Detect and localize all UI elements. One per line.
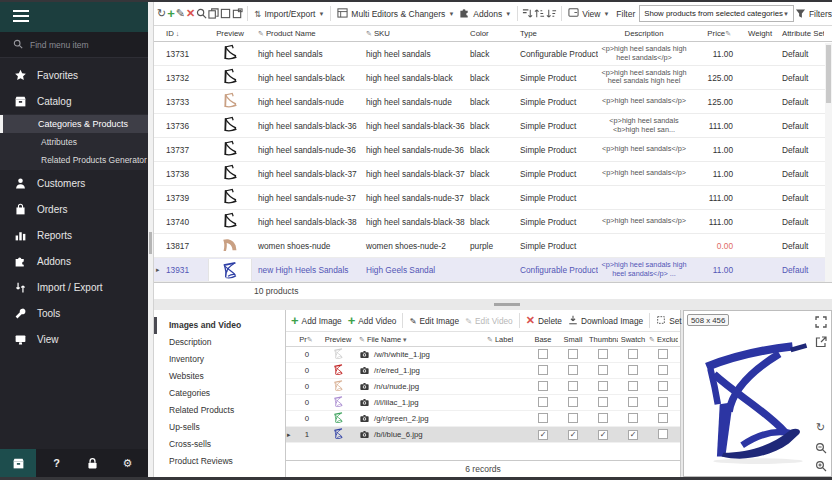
- table-row[interactable]: 13732high heel sandals-blackhigh heel sa…: [154, 66, 832, 90]
- catalog-box-icon[interactable]: [0, 449, 36, 477]
- tab-images-and-video[interactable]: Images and Video: [154, 317, 285, 334]
- zoom-in-icon[interactable]: [814, 459, 827, 472]
- add-video-button[interactable]: +Add Video: [345, 313, 400, 328]
- product-image[interactable]: [688, 317, 828, 469]
- col-file-name[interactable]: ✎File Name▾: [358, 335, 486, 344]
- checkbox-base[interactable]: [538, 365, 548, 375]
- tab-description[interactable]: Description: [154, 334, 285, 351]
- checkbox-thumbnail[interactable]: ✓: [598, 430, 608, 440]
- col-small[interactable]: Small: [558, 335, 588, 344]
- checkbox-base[interactable]: ✓: [538, 430, 548, 440]
- sidebar-item-related-products-generator[interactable]: Related Products Generator: [0, 151, 148, 169]
- col-description[interactable]: Description: [598, 29, 690, 38]
- sidebar-item-customers[interactable]: Customers: [0, 170, 148, 196]
- sidebar-item-categories-products[interactable]: Categories & Products: [0, 115, 148, 133]
- multi-editors-button[interactable]: Multi Editors & Changers▼: [335, 7, 456, 20]
- checkbox-small[interactable]: [568, 397, 578, 407]
- col-base[interactable]: Base: [528, 335, 558, 344]
- col-id[interactable]: ID↓: [164, 29, 204, 38]
- grid-scrollbar[interactable]: [825, 43, 832, 282]
- sidebar-item-catalog[interactable]: Catalog: [0, 88, 148, 114]
- table-row[interactable]: 13738high heel sandals-black-37high heel…: [154, 162, 832, 186]
- checkbox-swatch[interactable]: [628, 349, 638, 359]
- checkbox-small[interactable]: [568, 381, 578, 391]
- delete-icon[interactable]: ✕: [186, 5, 195, 22]
- rotate-icon[interactable]: ↻: [814, 421, 827, 434]
- sidebar-item-view[interactable]: View: [0, 326, 148, 352]
- checkbox-thumbnail[interactable]: [598, 349, 608, 359]
- col-product-name[interactable]: ✎Product Name: [256, 29, 364, 38]
- sort-alpha-icon[interactable]: [522, 5, 533, 22]
- add-image-button[interactable]: +Add Image: [288, 313, 345, 328]
- image-row[interactable]: 0/r/e/red_1.jpg: [286, 363, 680, 379]
- row-expander[interactable]: ▸: [286, 431, 296, 439]
- import-export-button[interactable]: ⇅ Import/Export▼: [252, 9, 326, 19]
- checkbox-small[interactable]: [568, 349, 578, 359]
- col-swatch[interactable]: Swatch: [618, 335, 648, 344]
- addons-button[interactable]: Addons▼: [457, 7, 513, 20]
- sidebar-item-reports[interactable]: Reports: [0, 222, 148, 248]
- checkbox-base[interactable]: [538, 413, 548, 423]
- table-row[interactable]: 13736high heel sandals-black-36high heel…: [154, 114, 832, 138]
- add-product-icon[interactable]: +: [167, 5, 175, 22]
- checkbox-swatch[interactable]: ✓: [628, 430, 638, 440]
- help-icon[interactable]: ?: [42, 449, 72, 477]
- col-preview[interactable]: Preview: [204, 29, 256, 38]
- refresh-icon[interactable]: ↻: [157, 5, 166, 22]
- col-type[interactable]: Type: [518, 29, 598, 38]
- checkbox-small[interactable]: [568, 365, 578, 375]
- tab-product-reviews[interactable]: Product Reviews: [154, 453, 285, 470]
- tab-categories[interactable]: Categories: [154, 385, 285, 402]
- table-row[interactable]: 13733high heel sandals-nudehigh heel san…: [154, 90, 832, 114]
- col-weight[interactable]: Weight: [740, 29, 780, 38]
- cards-icon[interactable]: [232, 5, 243, 22]
- fullscreen-icon[interactable]: [814, 315, 827, 328]
- checkbox-swatch[interactable]: [628, 381, 638, 391]
- sort-asc-icon[interactable]: [534, 5, 545, 22]
- search-icon[interactable]: [196, 5, 207, 22]
- checkbox-exclude[interactable]: [658, 381, 668, 391]
- table-row[interactable]: 13737high heel sandals-nude-36high heel …: [154, 138, 832, 162]
- tab-inventory[interactable]: Inventory: [154, 351, 285, 368]
- image-row[interactable]: 0/g/r/green_2.jpg: [286, 411, 680, 427]
- col-exclude[interactable]: ✎Exclude: [648, 335, 678, 344]
- table-row[interactable]: 13731high heel sandalshigh heel sandalsb…: [154, 42, 832, 66]
- edit-image-button[interactable]: ✎Edit Image: [406, 316, 462, 326]
- checkbox-icon[interactable]: [220, 5, 231, 22]
- menu-toggle-button[interactable]: [0, 2, 148, 32]
- category-filter-select[interactable]: Show products from selected categories▼: [639, 5, 794, 22]
- image-row[interactable]: 0/w/h/white_1.jpg: [286, 347, 680, 363]
- col-price[interactable]: Price✎: [690, 29, 740, 38]
- tab-related-products[interactable]: Related Products: [154, 402, 285, 419]
- scrollbar-thumb[interactable]: [826, 45, 831, 103]
- checkbox-exclude[interactable]: [658, 429, 668, 439]
- checkbox-base[interactable]: [538, 349, 548, 359]
- tab-up-sells[interactable]: Up-sells: [154, 419, 285, 436]
- checkbox-swatch[interactable]: [628, 397, 638, 407]
- settings-gear-icon[interactable]: ⚙: [113, 449, 143, 477]
- tab-cross-sells[interactable]: Cross-sells: [154, 436, 285, 453]
- image-row[interactable]: ▸1/b/l/blue_6.jpg✓✓✓✓: [286, 427, 680, 443]
- checkbox-exclude[interactable]: [658, 365, 668, 375]
- table-row[interactable]: 13739high heel sandals-nude-37high heel …: [154, 186, 832, 210]
- edit-icon[interactable]: ✎: [176, 5, 185, 22]
- tab-websites[interactable]: Websites: [154, 368, 285, 385]
- checkbox-exclude[interactable]: [658, 413, 668, 423]
- checkbox-small[interactable]: ✓: [568, 430, 578, 440]
- sort-desc-icon[interactable]: [546, 5, 557, 22]
- view-button[interactable]: View▼: [566, 7, 611, 20]
- checkbox-exclude[interactable]: [658, 349, 668, 359]
- open-external-icon[interactable]: [814, 335, 827, 348]
- checkbox-thumbnail[interactable]: [598, 381, 608, 391]
- checkbox-small[interactable]: [568, 413, 578, 423]
- col-sku[interactable]: ✎SKU: [364, 29, 468, 38]
- menu-search-input[interactable]: Find menu item: [0, 32, 148, 58]
- checkbox-base[interactable]: [538, 381, 548, 391]
- sidebar-item-addons[interactable]: Addons: [0, 248, 148, 274]
- delete-image-button[interactable]: ✕Delete: [523, 314, 565, 327]
- image-row[interactable]: 0/l/i/lilac_1.jpg: [286, 395, 680, 411]
- col-thumbnail[interactable]: Thumbna: [588, 335, 618, 344]
- image-row[interactable]: 0/n/u/nude.jpg: [286, 379, 680, 395]
- table-row[interactable]: 13740high heel sandals-black-38high heel…: [154, 210, 832, 234]
- checkbox-thumbnail[interactable]: [598, 365, 608, 375]
